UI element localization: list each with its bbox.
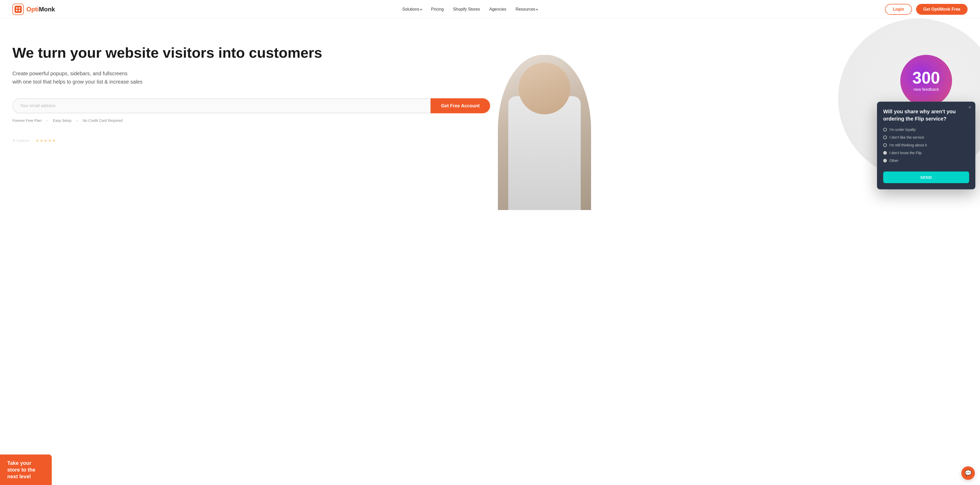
svg-point-3 (16, 10, 18, 11)
person-image (498, 55, 591, 210)
stat-label: new feedback (913, 87, 939, 92)
navbar: OptiMonk Solutions Pricing Shopify Store… (0, 0, 980, 19)
chat-button[interactable]: 💬 (961, 466, 975, 480)
logo-icon (13, 4, 24, 15)
radio-1[interactable] (883, 128, 887, 131)
dot-2: • (76, 119, 78, 122)
popup-option-5: Other (883, 159, 969, 163)
hero-subheadline: Create powerful popups, sidebars, and fu… (13, 69, 490, 86)
nav-agencies[interactable]: Agencies (489, 7, 506, 12)
nav-links: Solutions Pricing Shopify Stores Agencie… (402, 7, 538, 12)
popup-option-3: I'm still thinking about it (883, 143, 969, 147)
radio-3[interactable] (883, 143, 887, 147)
nav-pricing[interactable]: Pricing (431, 7, 444, 12)
feature-no-card: No Credit Card Required (83, 118, 123, 122)
review-hints: ⬆ Capterra ★★★★★ (13, 138, 490, 143)
star-rating: ★★★★★ (35, 138, 56, 143)
stat-number: 300 (912, 70, 940, 86)
nav-shopify[interactable]: Shopify Stores (453, 7, 480, 12)
hero-form: Get Free Account (13, 98, 490, 113)
logo[interactable]: OptiMonk (13, 4, 55, 15)
hero-left: We turn your website visitors into custo… (13, 34, 490, 143)
logo-text: OptiMonk (26, 6, 55, 13)
dot-1: • (47, 119, 48, 122)
popup-send-button[interactable]: SEND (883, 172, 969, 183)
popup-card: × Will you share why aren't you ordering… (877, 102, 975, 189)
radio-4[interactable] (883, 151, 887, 155)
svg-point-4 (19, 10, 20, 11)
popup-option-4: I don't know the Flip (883, 151, 969, 155)
login-button[interactable]: Login (885, 4, 912, 15)
svg-point-1 (16, 7, 18, 9)
get-optimonk-free-button[interactable]: Get OptiMonk Free (916, 4, 967, 15)
hero-right: 300 new feedback × Will you share why ar… (490, 34, 968, 210)
popup-option-2: I don't like the service (883, 135, 969, 140)
option-label-1: I'm under loyalty (889, 127, 916, 132)
get-free-account-button[interactable]: Get Free Account (431, 98, 490, 113)
nav-solutions[interactable]: Solutions (402, 7, 422, 12)
nav-resources[interactable]: Resources (516, 7, 538, 12)
popup-close-button[interactable]: × (968, 105, 971, 110)
capterra-label: ⬆ Capterra (13, 138, 29, 143)
stat-bubble: 300 new feedback (900, 55, 952, 107)
nav-actions: Login Get OptiMonk Free (885, 4, 967, 15)
bottom-bar[interactable]: Take your store to the next level (0, 455, 52, 485)
svg-rect-0 (14, 6, 22, 13)
radio-2[interactable] (883, 135, 887, 139)
hero-section: We turn your website visitors into custo… (0, 19, 980, 485)
option-label-5: Other (889, 159, 899, 163)
popup-option-1: I'm under loyalty (883, 127, 969, 132)
email-input[interactable] (13, 98, 431, 113)
feature-forever-free: Forever Free Plan (13, 118, 42, 122)
feature-easy-setup: Easy Setup (53, 118, 72, 122)
option-label-3: I'm still thinking about it (889, 143, 927, 147)
option-label-2: I don't like the service (889, 135, 924, 140)
option-label-4: I don't know the Flip (889, 151, 921, 155)
hero-features: Forever Free Plan • Easy Setup • No Cred… (13, 118, 490, 122)
hero-headline: We turn your website visitors into custo… (13, 45, 490, 61)
svg-point-2 (19, 7, 20, 9)
radio-5[interactable] (883, 159, 887, 162)
popup-title: Will you share why aren't you ordering t… (883, 108, 969, 122)
